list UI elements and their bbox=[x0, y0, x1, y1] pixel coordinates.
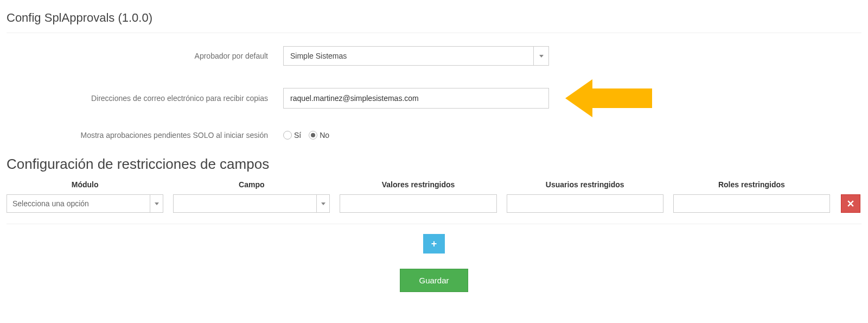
chevron-down-icon bbox=[533, 47, 548, 65]
default-approver-select[interactable]: Simple Sistemas bbox=[283, 46, 549, 66]
svg-marker-0 bbox=[565, 79, 652, 117]
page-title: Config SplApprovals (1.0.0) bbox=[7, 11, 861, 25]
copy-emails-input[interactable] bbox=[283, 88, 549, 109]
header-restricted-values: Valores restringidos bbox=[340, 180, 496, 189]
radio-no-label: No bbox=[320, 131, 329, 140]
row-copy-emails: Direcciones de correo electrónico para r… bbox=[7, 77, 861, 120]
default-approver-selected: Simple Sistemas bbox=[290, 52, 347, 60]
divider bbox=[7, 33, 861, 33]
module-select[interactable]: Selecciona una opción bbox=[7, 194, 163, 213]
close-icon bbox=[847, 200, 854, 207]
header-restricted-roles: Roles restringidos bbox=[673, 180, 830, 189]
row-show-pending: Mostra aprobaciones pendientes SOLO al i… bbox=[7, 131, 861, 140]
restricted-roles-input[interactable] bbox=[673, 194, 830, 213]
label-copy-emails: Direcciones de correo electrónico para r… bbox=[7, 94, 283, 103]
add-row-button[interactable]: + bbox=[423, 234, 445, 254]
label-show-pending: Mostra aprobaciones pendientes SOLO al i… bbox=[7, 131, 283, 140]
label-default-approver: Aprobador por default bbox=[7, 52, 283, 60]
chevron-down-icon bbox=[150, 195, 163, 212]
radio-no[interactable]: No bbox=[309, 131, 329, 140]
radio-icon bbox=[309, 131, 317, 140]
header-field: Campo bbox=[173, 180, 330, 189]
restrictions-title: Configuración de restricciones de campos bbox=[7, 156, 861, 173]
chevron-down-icon bbox=[316, 195, 329, 212]
header-module: Módulo bbox=[7, 180, 163, 189]
arrow-annotation-icon bbox=[565, 77, 652, 120]
header-restricted-users: Usuarios restringidos bbox=[507, 180, 663, 189]
field-select[interactable] bbox=[173, 194, 330, 213]
radio-icon bbox=[283, 131, 292, 140]
save-button[interactable]: Guardar bbox=[400, 269, 468, 292]
radio-yes-label: Sí bbox=[294, 131, 301, 140]
module-select-placeholder: Selecciona una opción bbox=[12, 199, 89, 208]
restricted-values-input[interactable] bbox=[340, 194, 496, 213]
delete-row-button[interactable] bbox=[841, 194, 860, 213]
radio-yes[interactable]: Sí bbox=[283, 131, 301, 140]
restricted-users-input[interactable] bbox=[507, 194, 663, 213]
restrictions-row: Módulo Selecciona una opción Campo Valor… bbox=[7, 180, 861, 224]
row-default-approver: Aprobador por default Simple Sistemas bbox=[7, 46, 861, 66]
plus-icon: + bbox=[431, 238, 437, 250]
